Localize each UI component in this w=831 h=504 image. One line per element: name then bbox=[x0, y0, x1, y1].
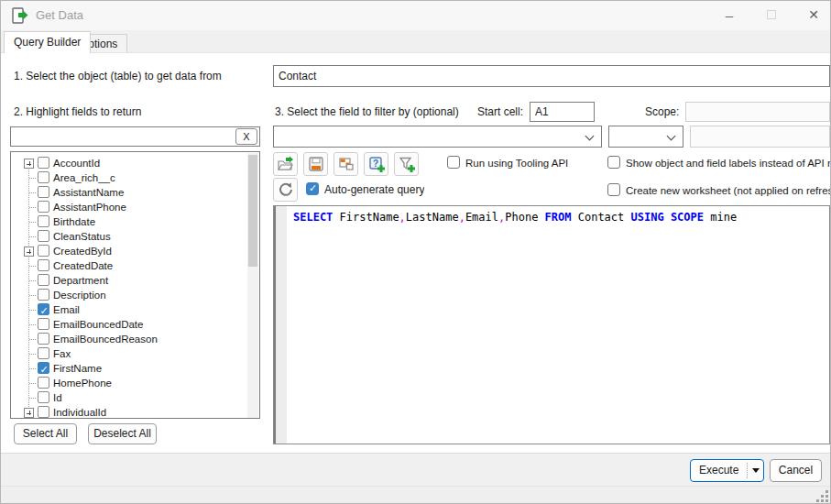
clear-search-button[interactable]: X bbox=[235, 128, 257, 145]
question-parameter-icon: ? bbox=[368, 156, 385, 172]
mapping-table-icon bbox=[338, 156, 355, 172]
field-row[interactable]: AssistantName bbox=[11, 185, 247, 200]
field-row[interactable]: CleanStatus bbox=[11, 229, 247, 244]
field-checkbox[interactable] bbox=[38, 362, 49, 374]
titlebar: Get Data – ✕ bbox=[1, 1, 831, 30]
step3-label: 3. Select the field to filter by (option… bbox=[275, 105, 459, 118]
fields-tree: AccountIdArea_rich__cAssistantNameAssist… bbox=[10, 151, 260, 419]
field-checkbox[interactable] bbox=[38, 333, 49, 345]
field-checkbox[interactable] bbox=[38, 391, 49, 403]
field-search-input[interactable] bbox=[10, 126, 260, 147]
field-row[interactable]: Description bbox=[11, 288, 247, 302]
tooling-api-checkbox[interactable] bbox=[447, 156, 460, 169]
select-all-button[interactable]: Select All bbox=[14, 423, 77, 444]
field-row[interactable]: Birthdate bbox=[11, 214, 247, 229]
field-checkbox[interactable] bbox=[38, 230, 49, 242]
add-filter-button[interactable] bbox=[394, 152, 419, 176]
field-checkbox[interactable] bbox=[38, 186, 49, 198]
tab-strip: Query Builder Options bbox=[1, 30, 831, 52]
field-checkbox[interactable] bbox=[38, 157, 49, 169]
field-checkbox[interactable] bbox=[38, 318, 49, 330]
field-checkbox[interactable] bbox=[38, 171, 49, 183]
tree-branch-line bbox=[29, 280, 36, 281]
expand-plus-icon[interactable] bbox=[24, 159, 34, 169]
field-mapping-button[interactable] bbox=[333, 152, 358, 176]
editor-gutter bbox=[274, 206, 287, 444]
field-label: Department bbox=[53, 273, 108, 288]
chevron-down-icon bbox=[667, 132, 676, 141]
field-row[interactable]: Department bbox=[11, 273, 247, 288]
field-checkbox[interactable] bbox=[38, 347, 49, 359]
field-row[interactable]: IndividualId bbox=[11, 405, 247, 419]
field-checkbox[interactable] bbox=[38, 303, 49, 315]
show-labels-checkbox[interactable] bbox=[607, 156, 620, 169]
soql-token-pl: FirstName bbox=[333, 211, 399, 224]
field-row[interactable]: FirstName bbox=[11, 361, 247, 376]
field-checkbox[interactable] bbox=[38, 289, 49, 301]
query-builder-page: 1. Select the object (table) to get data… bbox=[1, 52, 831, 453]
field-label: IndividualId bbox=[53, 405, 106, 419]
field-row[interactable]: Fax bbox=[11, 346, 247, 361]
expand-plus-icon[interactable] bbox=[24, 408, 34, 418]
tree-branch-line bbox=[29, 339, 36, 340]
save-query-button[interactable] bbox=[303, 152, 328, 176]
field-row[interactable]: Email bbox=[11, 302, 247, 317]
minimize-button[interactable]: – bbox=[714, 1, 745, 28]
close-button[interactable]: ✕ bbox=[798, 1, 829, 28]
start-cell-input[interactable]: A1 bbox=[530, 102, 595, 122]
maximize-button[interactable] bbox=[756, 1, 787, 28]
field-row[interactable]: EmailBouncedReason bbox=[11, 332, 247, 346]
field-row[interactable]: Area_rich__c bbox=[11, 170, 247, 185]
field-checkbox[interactable] bbox=[38, 201, 49, 213]
field-label: Fax bbox=[53, 346, 71, 361]
object-input[interactable]: Contact bbox=[273, 65, 830, 87]
field-checkbox[interactable] bbox=[38, 245, 49, 257]
field-row[interactable]: AssistantPhone bbox=[11, 200, 247, 214]
deselect-all-button[interactable]: Deselect All bbox=[88, 423, 157, 444]
field-row[interactable]: EmailBouncedDate bbox=[11, 317, 247, 332]
resize-grip[interactable] bbox=[816, 490, 828, 502]
soql-query-editor[interactable]: SELECT FirstName,LastName,Email,Phone FR… bbox=[273, 205, 830, 444]
field-label: Birthdate bbox=[53, 214, 95, 229]
filter-value-input[interactable] bbox=[690, 126, 830, 148]
regenerate-query-button[interactable] bbox=[273, 178, 298, 202]
field-row[interactable]: CreatedById bbox=[11, 244, 247, 258]
soql-token-kw: SELECT bbox=[293, 211, 333, 224]
soql-token-kw: USING SCOPE bbox=[631, 211, 704, 224]
new-worksheet-checkbox[interactable] bbox=[607, 183, 620, 196]
tree-branch-line bbox=[29, 354, 36, 355]
tree-branch-line bbox=[29, 368, 36, 369]
scope-input[interactable] bbox=[685, 102, 830, 122]
expand-plus-icon[interactable] bbox=[24, 247, 34, 257]
tree-branch-line bbox=[29, 398, 36, 399]
field-checkbox[interactable] bbox=[38, 377, 49, 389]
filter-operator-dropdown[interactable] bbox=[608, 126, 683, 148]
tooling-api-label: Run using Tooling API bbox=[465, 158, 568, 169]
filter-field-dropdown[interactable] bbox=[273, 126, 602, 148]
open-query-button[interactable] bbox=[273, 152, 298, 176]
field-label: HomePhone bbox=[53, 376, 112, 390]
execute-split-button[interactable]: Execute bbox=[690, 459, 764, 482]
field-row[interactable]: AccountId bbox=[11, 156, 247, 170]
field-checkbox[interactable] bbox=[38, 274, 49, 286]
field-row[interactable]: Id bbox=[11, 390, 247, 405]
cancel-button[interactable]: Cancel bbox=[770, 459, 822, 482]
field-label: CleanStatus bbox=[53, 229, 111, 244]
new-worksheet-label: Create new worksheet (not applied on ref… bbox=[626, 185, 830, 196]
step1-label: 1. Select the object (table) to get data… bbox=[14, 70, 222, 82]
field-checkbox[interactable] bbox=[38, 406, 49, 418]
auto-generate-checkbox[interactable] bbox=[306, 182, 319, 195]
tree-scrollbar[interactable] bbox=[247, 153, 258, 419]
field-label: EmailBouncedDate bbox=[53, 317, 143, 332]
footer-bar: Execute Cancel bbox=[1, 453, 831, 486]
field-checkbox[interactable] bbox=[38, 215, 49, 227]
tree-scrollbar-thumb[interactable] bbox=[248, 155, 257, 267]
get-data-dialog: Get Data – ✕ Query Builder Options 1. Se… bbox=[0, 0, 831, 504]
tab-query-builder[interactable]: Query Builder bbox=[4, 31, 91, 53]
field-row[interactable]: HomePhone bbox=[11, 376, 247, 390]
field-checkbox[interactable] bbox=[38, 259, 49, 271]
field-row[interactable]: CreatedDate bbox=[11, 258, 247, 273]
execute-button[interactable]: Execute bbox=[691, 460, 747, 481]
add-parameter-button[interactable]: ? bbox=[364, 152, 388, 176]
execute-dropdown-button[interactable] bbox=[748, 460, 763, 481]
